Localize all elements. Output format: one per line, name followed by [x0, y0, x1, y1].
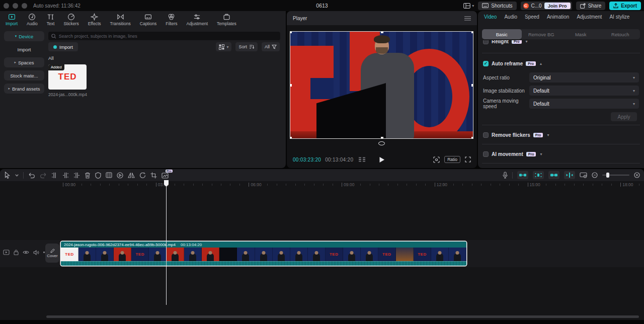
tab-video[interactable]: Video	[484, 14, 497, 20]
mute-track-icon[interactable]	[33, 250, 39, 255]
chevron-down-icon[interactable]: ▾	[540, 152, 542, 156]
tab-text[interactable]: Text	[42, 13, 59, 26]
checkbox[interactable]	[483, 61, 489, 66]
selection-handle[interactable]	[290, 137, 292, 139]
video-clip[interactable]: 2024-jason-rugolo-006-962d2374-ee94-46ec…	[61, 241, 466, 266]
checkbox[interactable]	[483, 151, 489, 157]
import-media-button[interactable]: Import	[48, 42, 78, 51]
subtab-mask[interactable]: Mask	[561, 29, 601, 39]
tab-captions[interactable]: Captions	[135, 13, 162, 26]
tab-adjustment[interactable]: Adjustment	[577, 14, 602, 20]
sort-button[interactable]: Sort	[235, 42, 258, 51]
sidebar-item-stock-mate[interactable]: Stock mate...	[4, 70, 44, 80]
tab-ai-stylize[interactable]: AI stylize	[609, 14, 629, 20]
selection-handle[interactable]	[290, 84, 292, 87]
fullscreen-icon[interactable]	[465, 156, 471, 163]
search-bar[interactable]	[48, 32, 280, 40]
select-tool-chevron[interactable]	[15, 174, 19, 177]
tab-animation[interactable]: Animation	[547, 14, 569, 20]
delete-right-button[interactable]	[73, 172, 80, 179]
aspect-ratio-select[interactable]: Original▾	[529, 72, 639, 83]
tab-effects[interactable]: Effects	[84, 13, 106, 26]
filter-all-button[interactable]: All	[262, 42, 280, 51]
ratio-button[interactable]: Ratio	[444, 156, 460, 163]
selection-handle[interactable]	[381, 137, 383, 139]
zoom-slider-handle[interactable]	[606, 173, 609, 178]
search-input[interactable]	[59, 34, 277, 39]
rotate-handle[interactable]	[378, 141, 385, 145]
tab-transitions[interactable]: Transitions	[106, 13, 135, 26]
link-clips-button[interactable]	[548, 171, 559, 179]
horizontal-scrollbar[interactable]	[46, 315, 639, 318]
selection-handle[interactable]	[290, 31, 292, 33]
split-button[interactable]	[51, 172, 58, 179]
speed-button[interactable]	[117, 172, 123, 179]
workspace-layout-button[interactable]: ▾	[463, 3, 474, 9]
focus-frame-icon[interactable]	[433, 156, 440, 163]
tab-templates[interactable]: Templates	[212, 13, 241, 26]
remove-flickers-toggle[interactable]: Remove flickersPro▾	[478, 131, 644, 139]
preview-axis-button[interactable]	[564, 171, 575, 179]
subtab-retouch[interactable]: Retouch	[601, 29, 640, 39]
chevron-up-icon[interactable]: ▴	[540, 61, 542, 66]
mirror-button[interactable]	[128, 172, 135, 178]
tab-import[interactable]: Import	[1, 13, 22, 26]
render-preview-button[interactable]	[580, 172, 587, 178]
camera-moving-speed-select[interactable]: Default▾	[529, 99, 639, 109]
tab-filters[interactable]: Filters	[161, 13, 182, 26]
export-button[interactable]: Export	[609, 2, 641, 10]
magnetic-snap-button[interactable]	[517, 171, 528, 179]
sidebar-item-brand-assets[interactable]: ▸Brand assets	[4, 84, 44, 94]
record-voiceover-button[interactable]	[503, 172, 508, 179]
relight-toggle[interactable]: RelightPro▾	[478, 40, 644, 45]
selection-handle[interactable]	[471, 137, 473, 139]
select-tool-button[interactable]	[4, 172, 11, 179]
mask-button[interactable]	[95, 172, 101, 179]
auto-reframe-toggle[interactable]: Auto reframePro▴	[478, 59, 644, 67]
chevron-down-icon[interactable]: ▾	[526, 40, 528, 44]
subtab-remove-bg[interactable]: Remove BG	[522, 29, 561, 39]
tab-speed[interactable]: Speed	[525, 14, 539, 20]
sidebar-item-import[interactable]: Import	[4, 44, 44, 54]
ai-movement-toggle[interactable]: AI movementPro▾	[478, 150, 644, 158]
subtab-basic[interactable]: Basic	[482, 29, 522, 39]
zoom-out-icon[interactable]	[592, 172, 598, 178]
lock-track-icon[interactable]	[14, 250, 19, 255]
rotate-button[interactable]	[139, 172, 146, 179]
play-button[interactable]	[379, 156, 385, 163]
ai-background-button[interactable]: Pro	[162, 172, 169, 179]
auto-snapping-button[interactable]	[533, 171, 544, 179]
share-button[interactable]: Share	[576, 2, 606, 10]
freeze-frame-button[interactable]	[106, 172, 112, 178]
apply-button[interactable]: Apply	[611, 112, 637, 121]
view-mode-button[interactable]: ▾	[216, 42, 231, 51]
tab-audio[interactable]: Audio	[22, 13, 42, 26]
chevron-down-icon[interactable]: ▾	[547, 133, 549, 137]
selection-handle[interactable]	[471, 31, 473, 33]
edit-cover-button[interactable]: Cover	[45, 244, 59, 263]
tab-stickers[interactable]: Stickers	[59, 13, 83, 26]
video-preview[interactable]	[290, 31, 473, 139]
tab-audio[interactable]: Audio	[504, 14, 517, 20]
sidebar-item-spaces[interactable]: ▸Spaces	[4, 57, 44, 67]
delete-left-button[interactable]	[62, 172, 69, 179]
join-pro-button[interactable]: Join Pro	[544, 3, 571, 9]
zoom-in-icon[interactable]	[634, 172, 640, 178]
timeline-ruler[interactable]: 00:0003:0006:0009:0012:0015:0018:00	[0, 181, 644, 189]
redo-button[interactable]	[40, 172, 47, 179]
media-thumbnail[interactable]: TED Added	[48, 64, 87, 90]
image-stabilization-select[interactable]: Default▾	[529, 86, 639, 96]
frame-columns-icon[interactable]	[358, 157, 366, 163]
sidebar-item-device[interactable]: ▾Device	[4, 31, 44, 41]
selection-handle[interactable]	[471, 84, 473, 87]
checkbox[interactable]	[483, 132, 489, 138]
crop-button[interactable]	[150, 172, 157, 179]
checkbox[interactable]	[483, 40, 489, 44]
undo-button[interactable]	[28, 172, 35, 179]
shortcuts-button[interactable]: Shortcuts	[478, 2, 516, 10]
tab-adjustment[interactable]: Adjustment	[182, 13, 212, 26]
delete-button[interactable]	[85, 172, 91, 179]
properties-scroll-area[interactable]: RelightPro▾Auto reframePro▴Aspect ratioO…	[478, 40, 644, 168]
hide-track-icon[interactable]	[23, 250, 29, 255]
player-menu-icon[interactable]	[464, 16, 471, 21]
